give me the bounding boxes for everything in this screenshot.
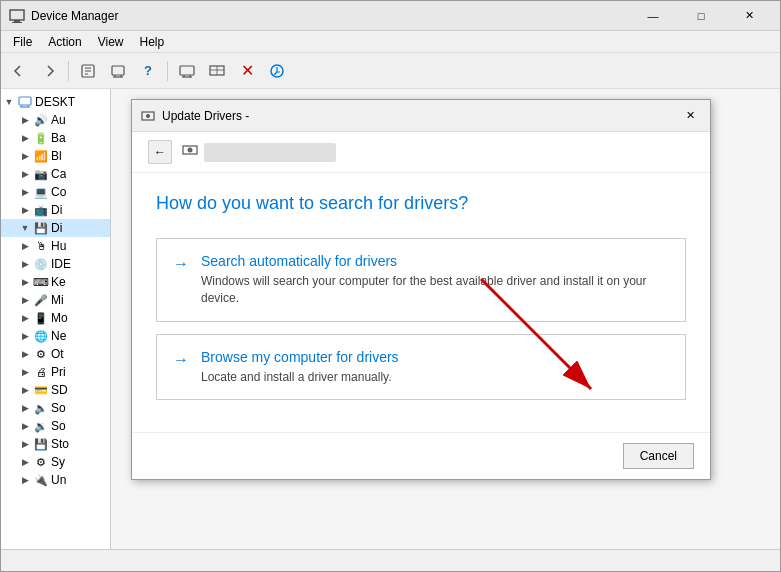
svg-line-19 [274, 72, 277, 75]
list-item[interactable]: ▶ 🖨 Pri [1, 363, 110, 381]
list-item[interactable]: ▶ 📷 Ca [1, 165, 110, 183]
menu-help[interactable]: Help [132, 33, 173, 51]
dialog-footer: Cancel [132, 432, 710, 479]
close-button[interactable]: ✕ [726, 1, 772, 31]
list-item[interactable]: ▶ 🔋 Ba [1, 129, 110, 147]
svg-rect-1 [14, 20, 20, 22]
svg-rect-7 [112, 66, 124, 75]
list-item[interactable]: ▶ 📶 Bl [1, 147, 110, 165]
browse-computer-option[interactable]: → Browse my computer for drivers Locate … [156, 334, 686, 401]
menu-bar: File Action View Help [1, 31, 780, 53]
list-item[interactable]: ▶ 💳 SD [1, 381, 110, 399]
dialog-back-button[interactable]: ← [148, 140, 172, 164]
dialog-header: ← [132, 132, 710, 173]
option2-arrow: → [173, 351, 189, 369]
list-item[interactable]: ▼ 💾 Di [1, 219, 110, 237]
toolbar-forward[interactable] [35, 57, 63, 85]
menu-view[interactable]: View [90, 33, 132, 51]
tree-root[interactable]: ▼ DESKT [1, 93, 110, 111]
right-panel: Update Drivers - ✕ ← [111, 89, 780, 549]
list-item[interactable]: ▶ 🌐 Ne [1, 327, 110, 345]
tree-arrow-root: ▼ [1, 97, 17, 107]
toolbar-sep-2 [167, 61, 168, 81]
svg-rect-0 [10, 10, 24, 20]
title-bar: Device Manager — □ ✕ [1, 1, 780, 31]
tree-icon-root [17, 94, 33, 110]
tree-root-label: DESKT [35, 95, 75, 109]
svg-point-27 [188, 147, 193, 152]
list-item[interactable]: ▶ 💻 Co [1, 183, 110, 201]
menu-file[interactable]: File [5, 33, 40, 51]
list-item[interactable]: ▶ 🔊 Au [1, 111, 110, 129]
main-window: Device Manager — □ ✕ File Action View He… [0, 0, 781, 572]
search-automatically-option[interactable]: → Search automatically for drivers Windo… [156, 238, 686, 322]
svg-rect-20 [19, 97, 31, 105]
toolbar-scan[interactable] [104, 57, 132, 85]
list-item[interactable]: ▶ ⚙ Ot [1, 345, 110, 363]
list-item[interactable]: ▶ 🔈 So [1, 399, 110, 417]
window-controls: — □ ✕ [630, 1, 772, 31]
app-icon [9, 8, 25, 24]
option2-desc: Locate and install a driver manually. [201, 369, 399, 386]
svg-rect-2 [12, 22, 22, 23]
dialog-content: How do you want to search for drivers? →… [132, 173, 710, 432]
list-item[interactable]: ▶ 💾 Sto [1, 435, 110, 453]
list-item[interactable]: ▶ 📺 Di [1, 201, 110, 219]
option2-title: Browse my computer for drivers [201, 349, 399, 365]
option2-content: Browse my computer for drivers Locate an… [201, 349, 399, 386]
dialog-overlay: Update Drivers - ✕ ← [111, 89, 780, 549]
window-title: Device Manager [31, 9, 630, 23]
option1-desc: Windows will search your computer for th… [201, 273, 669, 307]
cancel-button[interactable]: Cancel [623, 443, 694, 469]
toolbar-help[interactable]: ? [134, 57, 162, 85]
option1-content: Search automatically for drivers Windows… [201, 253, 669, 307]
list-item[interactable]: ▶ 💿 IDE [1, 255, 110, 273]
toolbar-list[interactable] [203, 57, 231, 85]
list-item[interactable]: ▶ 📱 Mo [1, 309, 110, 327]
toolbar-device[interactable] [173, 57, 201, 85]
list-item[interactable]: ▶ 🔌 Un [1, 471, 110, 489]
toolbar-back[interactable] [5, 57, 33, 85]
toolbar-remove[interactable]: ✕ [233, 57, 261, 85]
content-area: ▼ DESKT ▶ 🔊 Au [1, 89, 780, 549]
svg-rect-11 [180, 66, 194, 75]
toolbar-properties[interactable] [74, 57, 102, 85]
status-bar [1, 549, 780, 571]
toolbar-sep-1 [68, 61, 69, 81]
option1-title: Search automatically for drivers [201, 253, 669, 269]
list-item[interactable]: ▶ ⌨ Ke [1, 273, 110, 291]
toolbar-update[interactable] [263, 57, 291, 85]
list-item[interactable]: ▶ 🎤 Mi [1, 291, 110, 309]
dialog-close-button[interactable]: ✕ [678, 104, 702, 128]
toolbar: ? ✕ [1, 53, 780, 89]
device-tree: ▼ DESKT ▶ 🔊 Au [1, 89, 111, 549]
update-drivers-dialog: Update Drivers - ✕ ← [131, 99, 711, 480]
dialog-device-name [204, 143, 336, 162]
dialog-title-icon [140, 108, 156, 124]
svg-point-25 [146, 114, 150, 118]
menu-action[interactable]: Action [40, 33, 89, 51]
dialog-title-text: Update Drivers - [162, 109, 678, 123]
dialog-titlebar: Update Drivers - ✕ [132, 100, 710, 132]
option1-arrow: → [173, 255, 189, 273]
minimize-button[interactable]: — [630, 1, 676, 31]
list-item[interactable]: ▶ 🔉 So [1, 417, 110, 435]
list-item[interactable]: ▶ 🖱 Hu [1, 237, 110, 255]
maximize-button[interactable]: □ [678, 1, 724, 31]
list-item[interactable]: ▶ ⚙ Sy [1, 453, 110, 471]
dialog-device-icon [182, 143, 198, 162]
dialog-question: How do you want to search for drivers? [156, 193, 686, 214]
